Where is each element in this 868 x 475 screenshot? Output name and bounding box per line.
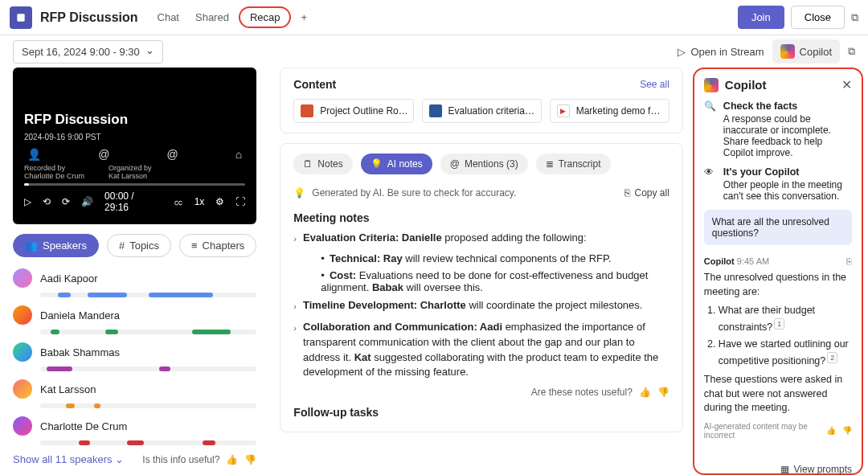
speakers-label: Speakers: [43, 240, 87, 252]
info-title: Check the facts: [723, 100, 852, 112]
thumbs-up-icon[interactable]: 👍: [826, 426, 836, 435]
see-all-link[interactable]: See all: [640, 79, 669, 90]
tab-shared[interactable]: Shared: [189, 6, 235, 28]
speaker-row[interactable]: Kat Larsson: [13, 379, 256, 399]
play-icon[interactable]: ▷: [24, 196, 31, 207]
speaker-row[interactable]: Charlotte De Crum: [13, 416, 256, 436]
file-name: Evaluation criteria…: [448, 105, 534, 117]
content-card: ContentSee all Project Outline Ro… Evalu…: [280, 68, 683, 133]
info-body: A response could be inaccurate or incomp…: [723, 113, 831, 158]
chapters-label: Chapters: [203, 240, 245, 252]
thumbs-down-icon[interactable]: 👎: [657, 387, 669, 398]
speaker-timeline[interactable]: [40, 366, 256, 371]
speaker-row[interactable]: Babak Shammas: [13, 342, 256, 362]
note-bold: Babak: [372, 281, 403, 293]
thumbs-up-icon[interactable]: 👍: [226, 454, 238, 465]
app-icon: [10, 6, 32, 29]
note-bold: Technical: Ray: [330, 252, 403, 264]
popout-icon[interactable]: ⧉: [851, 11, 858, 24]
speakers-chip[interactable]: 👥Speakers: [13, 234, 99, 257]
speaker-timeline[interactable]: [40, 330, 256, 334]
speaker-timeline[interactable]: [40, 293, 256, 297]
settings-icon[interactable]: ⚙: [215, 196, 224, 207]
view-prompts-link[interactable]: ▦View prompts: [704, 464, 852, 475]
mention-icon: @: [450, 158, 460, 170]
organized-by: Kat Larsson: [108, 172, 152, 180]
transcript-icon: ≣: [546, 158, 554, 170]
chapters-chip[interactable]: ≡Chapters: [179, 234, 256, 257]
note-text: will oversee this.: [403, 281, 483, 293]
close-icon[interactable]: ✕: [841, 77, 852, 92]
person-icon: 👤: [27, 148, 41, 161]
topics-label: Topics: [129, 240, 159, 252]
notes-tab[interactable]: 🗒Notes: [293, 154, 352, 174]
tab-recap[interactable]: Recap: [239, 6, 292, 28]
video-time: 00:00 / 29:16: [104, 190, 151, 213]
copilot-toggle-label: Copilot: [800, 46, 832, 58]
copilot-title: Copilot: [725, 78, 767, 92]
speaker-row[interactable]: Daniela Mandera: [13, 305, 256, 325]
volume-icon[interactable]: 🔊: [81, 196, 93, 207]
speaker-row[interactable]: Aadi Kapoor: [13, 268, 256, 288]
topics-chip[interactable]: #Topics: [107, 234, 171, 257]
close-button[interactable]: Close: [791, 6, 845, 29]
video-player[interactable]: RFP Discussion 2024-09-16 9:00 PST 👤 @ @…: [13, 68, 256, 224]
chevron-right-icon[interactable]: ›: [293, 301, 297, 313]
speaker-timeline[interactable]: [40, 440, 256, 445]
content-heading: Content: [293, 78, 336, 91]
note-bold: Evaluation Criteria: Danielle: [303, 231, 442, 244]
speed-label[interactable]: 1x: [194, 196, 205, 207]
forward-icon[interactable]: ⟳: [62, 196, 70, 207]
chevron-right-icon[interactable]: ›: [293, 233, 297, 246]
copilot-icon: [780, 44, 795, 59]
date-label: Sept 16, 2024 9:00 - 9:30: [22, 46, 140, 58]
ai-notes-label: AI notes: [387, 158, 423, 170]
copy-icon[interactable]: ⎘: [846, 256, 852, 266]
rewind-icon[interactable]: ⟲: [43, 196, 51, 207]
video-progress[interactable]: [24, 183, 245, 186]
file-item[interactable]: Evaluation criteria…: [422, 99, 542, 123]
note-text: Evaluations need to be done for cost-eff…: [321, 269, 648, 293]
lightbulb-icon: 💡: [371, 158, 383, 170]
video-title: RFP Discussion: [24, 112, 245, 128]
mentions-tab[interactable]: @Mentions (3): [440, 154, 528, 174]
copilot-panel: Copilot ✕ 🔍Check the factsA response cou…: [693, 68, 863, 475]
view-prompts-label: View prompts: [794, 464, 852, 475]
thumbs-up-icon[interactable]: 👍: [639, 387, 651, 398]
reference-badge[interactable]: 1: [774, 318, 784, 330]
speaker-timeline[interactable]: [40, 403, 256, 408]
reference-badge[interactable]: 2: [827, 352, 837, 364]
copilot-response: The unresolved questions in the meeting …: [704, 271, 852, 416]
file-item[interactable]: Project Outline Ro…: [293, 99, 413, 123]
captions-icon[interactable]: ㏄: [174, 195, 183, 209]
note-bold: Cost:: [330, 269, 356, 281]
mentions-label: Mentions (3): [465, 158, 518, 170]
transcript-tab[interactable]: ≣Transcript: [536, 154, 611, 174]
note-text: will coordinate the project milestones.: [466, 299, 643, 311]
popout-icon[interactable]: ⧉: [848, 45, 855, 58]
ai-notes-tab[interactable]: 💡AI notes: [361, 154, 432, 174]
chevron-right-icon[interactable]: ›: [293, 322, 297, 380]
note-bold: : Charlotte: [414, 299, 466, 311]
join-button[interactable]: Join: [738, 6, 784, 29]
open-in-stream-link[interactable]: ▷Open in Stream: [678, 46, 764, 58]
tab-chat[interactable]: Chat: [151, 6, 186, 28]
add-tab-button[interactable]: +: [294, 6, 313, 28]
response-time: 9:45 AM: [737, 256, 769, 266]
feedback-question: Is this info useful?: [142, 454, 219, 465]
thumbs-down-icon[interactable]: 👎: [244, 454, 256, 465]
note-text: will review technical components of the …: [403, 252, 612, 264]
fullscreen-icon[interactable]: ⛶: [235, 196, 245, 207]
date-dropdown[interactable]: Sept 16, 2024 9:00 - 9:30: [13, 40, 163, 63]
copilot-toggle-button[interactable]: Copilot: [772, 39, 840, 63]
file-item[interactable]: ▶Marketing demo f…: [550, 99, 669, 123]
powerpoint-icon: [301, 104, 313, 117]
thumbs-down-icon[interactable]: 👎: [842, 426, 852, 435]
file-name: Project Outline Ro…: [320, 105, 407, 117]
show-all-speakers-link[interactable]: Show all 11 speakers ⌄: [13, 453, 124, 465]
meeting-notes-heading: Meeting notes: [293, 211, 669, 224]
video-icon: ▶: [557, 104, 570, 117]
copy-all-button[interactable]: ⎘Copy all: [624, 187, 669, 199]
ai-disclaimer: Generated by AI. Be sure to check for ac…: [312, 187, 516, 199]
stream-icon: ▷: [678, 46, 686, 58]
